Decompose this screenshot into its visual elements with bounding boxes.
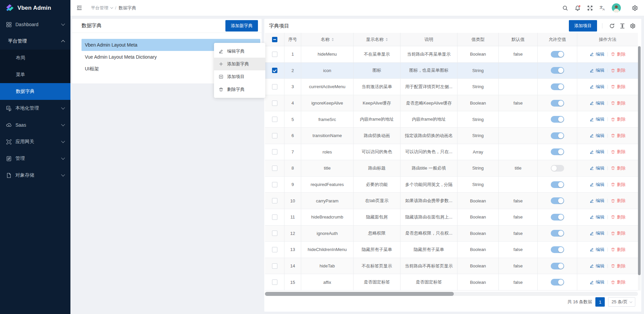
delete-button[interactable]: 删除 [611,214,626,220]
add-dictionary-button[interactable]: 添加新字典 [225,20,258,32]
allow-empty-toggle[interactable] [551,100,564,107]
delete-button[interactable]: 删除 [611,133,626,139]
row-checkbox[interactable] [272,52,277,57]
delete-button[interactable]: 删除 [611,116,626,122]
delete-button[interactable]: 删除 [611,279,626,285]
edit-button[interactable]: 编辑 [590,165,604,171]
row-checkbox[interactable] [272,247,277,252]
fullscreen-icon[interactable] [587,5,593,11]
edit-button[interactable]: 编辑 [590,214,604,220]
row-checkbox[interactable] [272,117,277,122]
delete-button[interactable]: 删除 [611,100,626,106]
row-checkbox[interactable] [272,133,277,138]
context-menu-item[interactable]: 添加新字典 [214,58,265,70]
allow-empty-toggle[interactable] [551,67,564,74]
allow-empty-toggle[interactable] [551,83,564,90]
pagination-page-1[interactable]: 1 [595,297,605,307]
allow-empty-toggle[interactable] [551,214,564,221]
edit-button[interactable]: 编辑 [590,116,604,122]
row-checkbox[interactable] [272,214,277,220]
delete-button[interactable]: 删除 [611,149,626,155]
breadcrumb-item[interactable]: 平台管理 [91,5,108,11]
allow-empty-toggle[interactable] [551,181,564,188]
sidebar-subitem[interactable]: 数据字典 [0,83,70,100]
cell-display-name: 是否固定标签 [354,274,400,290]
column-settings-icon[interactable] [630,23,636,29]
row-checkbox[interactable] [272,263,277,269]
row-checkbox[interactable] [272,84,277,89]
select-all-checkbox[interactable] [272,37,277,42]
sidebar-item[interactable]: 应用网关 [0,133,70,150]
row-checkbox[interactable] [272,231,277,236]
allow-empty-toggle[interactable] [551,132,564,139]
edit-button[interactable]: 编辑 [590,182,604,188]
sidebar-item[interactable]: Dashboard [0,16,70,33]
delete-button[interactable]: 删除 [611,67,626,73]
column-header-name[interactable]: 名称 [301,33,354,46]
edit-button[interactable]: 编辑 [590,279,604,285]
edit-button[interactable]: 编辑 [590,100,604,106]
edit-button[interactable]: 编辑 [590,198,604,204]
delete-button[interactable]: 删除 [611,182,626,188]
allow-empty-toggle[interactable] [551,197,564,204]
context-menu-item[interactable]: 编辑字典 [214,45,265,58]
vertical-scrollbar-thumb[interactable] [638,46,641,275]
collapse-sidebar-icon[interactable] [76,5,82,11]
settings-icon[interactable] [632,5,638,11]
refresh-icon[interactable] [609,23,615,29]
delete-button[interactable]: 删除 [611,51,626,57]
allow-empty-toggle[interactable] [551,246,564,253]
row-checkbox[interactable] [272,166,277,171]
edit-button[interactable]: 编辑 [590,51,604,57]
delete-button[interactable]: 删除 [611,230,626,236]
allow-empty-toggle[interactable] [551,230,564,237]
edit-button[interactable]: 编辑 [590,133,604,139]
translate-icon[interactable]: 文A [599,5,605,11]
row-checkbox[interactable] [272,279,277,285]
edit-button[interactable]: 编辑 [590,149,604,155]
trash-icon [611,182,615,187]
allow-empty-toggle[interactable] [551,148,564,155]
row-checkbox[interactable] [272,68,277,73]
row-height-icon[interactable] [620,23,625,29]
edit-button[interactable]: 编辑 [590,67,604,73]
edit-button[interactable]: 编辑 [590,247,604,253]
edit-button[interactable]: 编辑 [590,84,604,90]
allow-empty-toggle[interactable] [551,263,564,269]
column-header-display[interactable]: 显示名称 [354,33,400,46]
sidebar-subitem[interactable]: 菜单 [0,66,70,83]
page-size-select[interactable]: 25 条/页 [608,297,635,307]
row-checkbox[interactable] [272,149,277,154]
context-menu-item[interactable]: 添加项目 [214,70,265,83]
allow-empty-toggle[interactable] [551,51,564,58]
row-checkbox[interactable] [272,198,277,203]
edit-button[interactable]: 编辑 [590,263,604,269]
delete-button[interactable]: 删除 [611,198,626,204]
sidebar-item[interactable]: 对象存储 [0,167,70,184]
sidebar-item[interactable]: 平台管理 [0,33,70,50]
notification-icon[interactable] [575,5,581,11]
sidebar-item[interactable]: 管理 [0,150,70,167]
delete-button[interactable]: 删除 [611,84,626,90]
allow-empty-toggle[interactable] [551,165,564,172]
context-menu-item[interactable]: 删除字典 [214,83,265,96]
delete-button[interactable]: 删除 [611,263,626,269]
allow-empty-toggle[interactable] [551,279,564,286]
horizontal-scrollbar-thumb[interactable] [265,292,454,296]
logo[interactable]: Vben Admin [0,0,70,16]
search-icon[interactable] [562,5,568,11]
sort-carets-icon[interactable] [386,38,388,41]
cell-no: 7 [284,144,301,160]
allow-empty-toggle[interactable] [551,116,564,123]
sidebar-item[interactable]: Saas [0,117,70,133]
edit-button[interactable]: 编辑 [590,230,604,236]
add-item-button[interactable]: 添加项目 [569,20,597,32]
sort-carets-icon[interactable] [332,38,334,41]
delete-button[interactable]: 删除 [611,247,626,253]
sidebar-subitem[interactable]: 布局 [0,50,70,66]
delete-button[interactable]: 删除 [611,165,626,171]
row-checkbox[interactable] [272,182,277,187]
avatar[interactable] [612,3,621,12]
sidebar-item[interactable]: A 本地化管理 [0,100,70,117]
row-checkbox[interactable] [272,101,277,106]
